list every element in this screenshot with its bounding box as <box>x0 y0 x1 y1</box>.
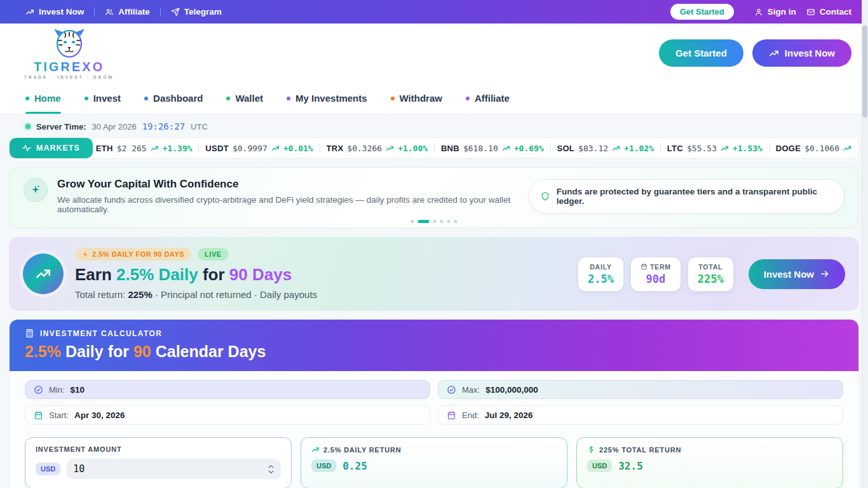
plan-headline: Earn 2.5% Daily for 90 Days <box>75 265 317 285</box>
trend-up-icon <box>769 48 779 58</box>
divider <box>769 144 770 152</box>
markets-label[interactable]: MARKETS <box>10 138 93 158</box>
nav-dot <box>466 97 470 100</box>
plan-subline: Total return: 225% · Principal not retur… <box>75 289 317 300</box>
brand-logo[interactable]: TIGREXO TRADE · INVEST · GROW <box>24 27 114 79</box>
investment-amount-input[interactable] <box>73 463 149 475</box>
get-started-button[interactable]: Get Started <box>659 39 743 67</box>
header-actions: Get Started Invest Now <box>659 39 851 67</box>
currency-badge: USD <box>311 459 336 472</box>
lightning-icon <box>82 251 89 258</box>
trend-up-icon <box>151 144 159 152</box>
topbar-get-started-button[interactable]: Get Started <box>670 4 734 20</box>
scrollbar-thumb[interactable] <box>862 25 867 118</box>
carousel-dot[interactable] <box>447 220 451 223</box>
carousel-dot[interactable] <box>440 220 444 223</box>
main-nav: Home Invest Dashboard Wallet My Investme… <box>0 83 868 114</box>
topbar-invest-now-link[interactable]: Invest Now <box>25 7 84 17</box>
ticker-item-trx[interactable]: TRX$0.3266+1.00% <box>326 144 428 153</box>
ticker-item-bnb[interactable]: BNB$618.10+0.69% <box>441 144 544 153</box>
plan-stats: DAILY 2.5% TERM 90d TOTAL 225% Invest No… <box>578 257 845 291</box>
divider <box>160 8 161 17</box>
divider <box>94 8 95 17</box>
plan-promo-card: 2.5% DAILY FOR 90 DAYS LIVE Earn 2.5% Da… <box>9 237 859 311</box>
server-date: 30 Apr 2026 <box>92 122 137 132</box>
trend-up-icon <box>311 445 320 454</box>
ticker-item-doge[interactable]: DOGE$0.1060 <box>776 144 855 153</box>
dollar-icon <box>587 445 595 454</box>
calculator-icon <box>25 329 34 338</box>
calendar-icon <box>641 263 648 270</box>
server-time-label: Server Time: <box>36 122 86 132</box>
divider <box>198 144 199 152</box>
ticker-item-ltc[interactable]: LTC$55.53+1.53% <box>667 144 763 153</box>
topbar-account-links: Get Started Sign in Contact <box>670 4 851 20</box>
nav-item-withdraw[interactable]: Withdraw <box>391 83 442 114</box>
trend-up-icon <box>25 8 34 17</box>
server-clock: 19:26:27 <box>142 121 185 132</box>
daily-return-card: 2.5% DAILY RETURN USD 0.25 <box>301 437 567 488</box>
stat-term: TERM 90d <box>631 257 681 291</box>
nav-dot <box>287 97 290 100</box>
nav-item-dashboard[interactable]: Dashboard <box>144 83 203 114</box>
hero-description: We allocate funds across diversified cry… <box>57 195 529 214</box>
ticker-item-sol[interactable]: SOL$83.12+1.02% <box>557 144 654 153</box>
hero-text-block: Grow Your Capital With Confidence We all… <box>24 178 529 214</box>
carousel-dot[interactable] <box>454 220 458 223</box>
arrow-right-icon <box>820 269 830 279</box>
investment-calculator: INVESTMENT CALCULATOR 2.5% Daily for 90 … <box>9 319 859 488</box>
nav-dot <box>85 97 88 100</box>
site-header: TIGREXO TRADE · INVEST · GROW Get Starte… <box>0 24 868 83</box>
currency-badge: USD <box>36 463 60 475</box>
end-date-pill: End: Jul 29, 2026 <box>438 405 843 424</box>
divider <box>320 144 320 152</box>
divider <box>434 144 435 152</box>
carousel-dot[interactable] <box>411 220 414 223</box>
trend-up-icon <box>23 254 64 294</box>
envelope-icon <box>806 8 815 17</box>
total-return-card: 225% TOTAL RETURN USD 32.5 <box>576 437 843 488</box>
sign-in-link[interactable]: Sign in <box>754 7 796 17</box>
nav-item-invest[interactable]: Invest <box>85 83 121 114</box>
carousel-dot-active[interactable] <box>418 220 430 223</box>
telegram-send-icon <box>171 8 180 17</box>
topbar-affiliate-link[interactable]: Affiliate <box>105 7 150 17</box>
stepper-chevrons-icon[interactable] <box>268 464 275 475</box>
currency-badge: USD <box>587 459 612 472</box>
investment-amount-label: INVESTMENT AMOUNT <box>36 445 281 453</box>
calculator-header: INVESTMENT CALCULATOR 2.5% Daily for 90 … <box>10 320 858 371</box>
nav-item-home[interactable]: Home <box>25 83 61 114</box>
person-icon <box>754 8 763 17</box>
daily-return-value: 0.25 <box>342 460 367 472</box>
calendar-icon <box>34 410 43 420</box>
nav-item-wallet[interactable]: Wallet <box>226 83 263 114</box>
invest-now-button[interactable]: Invest Now <box>752 39 851 67</box>
protection-note: Funds are protected by guarantee tiers a… <box>529 179 844 214</box>
topbar-links: Invest Now Affiliate Telegram <box>25 7 222 17</box>
nav-dot <box>25 97 29 100</box>
scrollbar-track[interactable] <box>862 0 868 488</box>
hero-banner: Grow Your Capital With Confidence We all… <box>9 167 859 228</box>
page-content: Server Time: 30 Apr 2026 19:26:27 UTC MA… <box>0 114 868 488</box>
total-return-value: 32.5 <box>618 460 643 472</box>
divider <box>550 144 551 152</box>
stat-total: TOTAL 225% <box>688 257 733 291</box>
brand-tagline: TRADE · INVEST · GROW <box>24 75 114 79</box>
start-date-pill: Start: Apr 30, 2026 <box>25 405 430 424</box>
nav-item-affiliate[interactable]: Affiliate <box>466 83 510 114</box>
ticker-item-usdt[interactable]: USDT$0.9997+0.01% <box>205 144 313 153</box>
plan-invest-now-button[interactable]: Invest Now <box>749 259 845 289</box>
trend-up-icon <box>502 144 510 152</box>
trend-up-icon <box>386 144 394 152</box>
carousel-dots <box>411 220 458 223</box>
nav-dot <box>391 97 395 100</box>
nav-dot <box>144 97 148 100</box>
tiger-logo-icon <box>51 27 88 59</box>
carousel-dot[interactable] <box>433 220 437 223</box>
nav-item-my-investments[interactable]: My Investments <box>287 83 367 114</box>
ticker-item-eth[interactable]: ETH$2 265+1.39% <box>96 144 193 153</box>
topbar-telegram-link[interactable]: Telegram <box>171 7 222 17</box>
contact-link[interactable]: Contact <box>806 7 851 17</box>
calendar-icon <box>447 410 456 420</box>
shield-icon <box>540 191 550 201</box>
